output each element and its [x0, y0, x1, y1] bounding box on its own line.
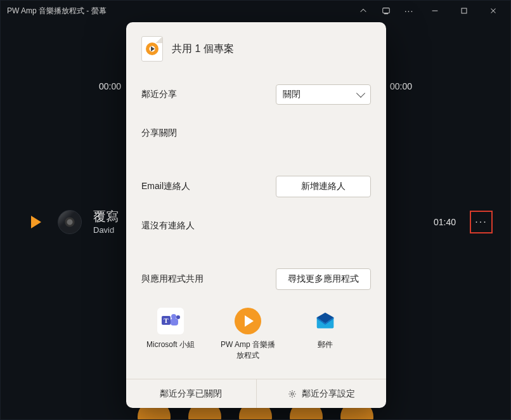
time-elapsed: 00:00 [99, 81, 121, 91]
maximize-button[interactable] [450, 1, 479, 21]
minimize-button[interactable] [420, 1, 450, 21]
app-label: Microsoft 小組 [141, 339, 200, 350]
app-item-teams[interactable]: T Microsoft 小組 [141, 308, 200, 361]
app-item-mail[interactable]: 郵件 [296, 308, 354, 361]
svg-rect-3 [462, 8, 467, 13]
mail-icon [312, 308, 339, 334]
app-item-pwamp[interactable]: PW Amp 音樂播放程式 [219, 308, 277, 361]
svg-rect-1 [384, 13, 387, 14]
close-button[interactable] [479, 1, 508, 21]
disc-icon [58, 210, 82, 234]
email-contacts-empty: 還沒有連絡人 [141, 204, 371, 257]
time-total: 00:00 [390, 81, 412, 91]
chevron-down-icon [356, 89, 365, 98]
play-indicator-icon[interactable] [31, 216, 41, 228]
footer-settings-button[interactable]: 鄰近分享設定 [256, 379, 387, 408]
svg-point-10 [176, 315, 180, 319]
svg-point-8 [171, 314, 176, 319]
add-contact-button[interactable]: 新增連絡人 [276, 176, 371, 197]
email-contacts-label: Email連絡人 [141, 181, 190, 192]
track-title: 覆寫 [93, 209, 119, 224]
document-icon [141, 36, 163, 62]
svg-point-11 [291, 393, 294, 395]
svg-text:T: T [164, 317, 169, 324]
svg-rect-0 [383, 8, 390, 13]
share-dialog: 共用 1 個專案 鄰近分享 關閉 分享關閉 Email連絡人 新增連絡人 還沒有… [126, 22, 386, 408]
gear-icon [288, 390, 297, 398]
footer-status[interactable]: 鄰近分享已關閉 [126, 379, 256, 408]
play-glyph-icon [146, 43, 158, 55]
nearby-share-select[interactable]: 關閉 [276, 84, 371, 105]
track-duration: 01:40 [434, 217, 456, 227]
chevron-up-icon[interactable] [352, 1, 375, 21]
titlebar: PW Amp 音樂播放程式 - 螢幕 ··· [1, 1, 510, 21]
nearby-share-status: 分享關閉 [141, 111, 371, 164]
find-apps-button[interactable]: 尋找更多應用程式 [276, 268, 371, 290]
window-title: PW Amp 音樂播放程式 - 螢幕 [7, 6, 352, 16]
app-label: PW Amp 音樂播放程式 [219, 339, 277, 361]
pwamp-icon [235, 308, 261, 334]
cast-icon[interactable] [375, 1, 398, 21]
track-more-button[interactable]: ··· [470, 211, 493, 233]
select-value: 關閉 [283, 89, 301, 100]
app-label: 郵件 [296, 339, 354, 350]
svg-rect-9 [171, 318, 178, 325]
more-icon[interactable]: ··· [398, 1, 420, 21]
teams-icon: T [157, 308, 184, 334]
track-artist: David [93, 225, 119, 235]
nearby-share-label: 鄰近分享 [141, 89, 177, 100]
share-apps-label: 與應用程式共用 [141, 273, 204, 285]
share-dialog-title: 共用 1 個專案 [172, 43, 234, 56]
